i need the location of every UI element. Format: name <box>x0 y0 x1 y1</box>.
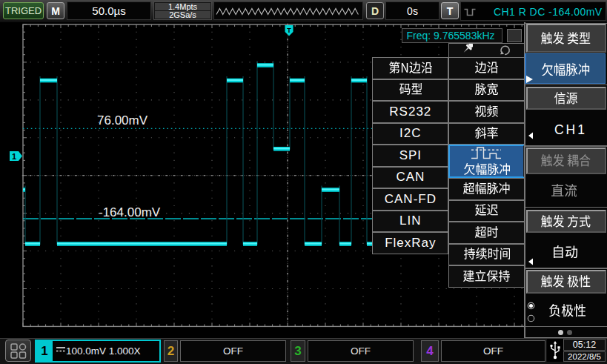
svg-text:T: T <box>287 27 291 34</box>
svg-text:1: 1 <box>12 152 16 161</box>
